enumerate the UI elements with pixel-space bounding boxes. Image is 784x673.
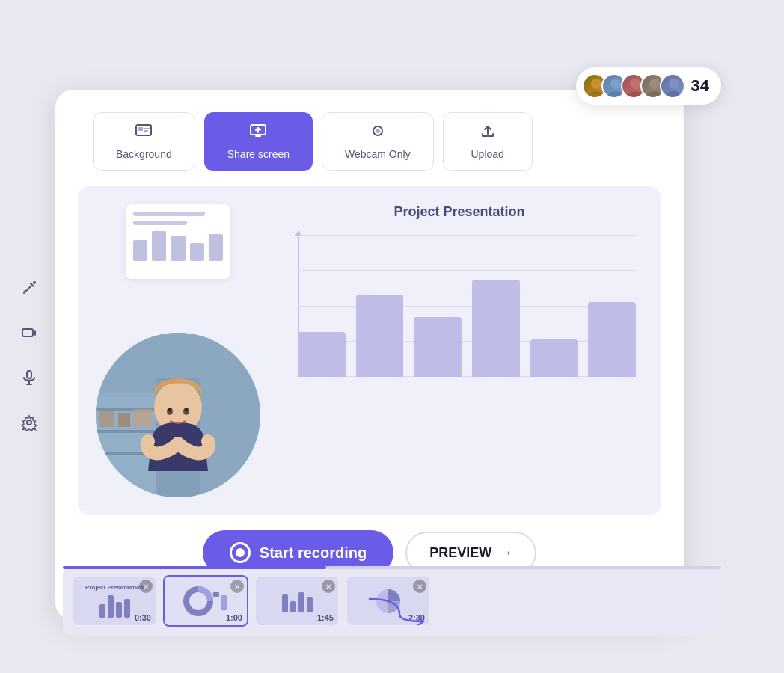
tab-upload-label: Upload [471,148,503,160]
doc-thumbnail [126,204,230,279]
upload-icon [479,123,497,142]
chart-bars [298,242,636,377]
thumb-time-2: 1:00 [226,613,242,622]
svg-point-42 [185,408,188,412]
svg-rect-14 [27,371,31,378]
thumb-time-1: 0:30 [135,613,151,622]
svg-rect-35 [99,411,114,427]
svg-point-1 [588,91,604,99]
thumb-content-3: ✕ 1:45 [256,577,338,625]
chart-bar [588,302,636,377]
mini-bar [108,595,114,618]
share-screen-icon [249,123,267,142]
svg-rect-36 [118,413,130,427]
tab-bar: Background Share screen [78,112,661,171]
mini-bar [124,599,130,618]
start-recording-label: Start recording [260,544,367,562]
presentation-area: Project Presentation [275,204,643,377]
chart-title: Project Presentation [275,204,643,220]
svg-point-3 [607,91,624,99]
tab-webcam-only[interactable]: Webcam Only [322,112,434,171]
mini-bar [99,604,105,618]
chart-bar [414,317,462,377]
record-icon [230,542,251,563]
mini-bar [116,602,122,618]
timeline-item-1[interactable]: ✕ Project Presentation 0:30 [72,575,157,627]
doc-bars [133,231,223,261]
chart-bar [356,295,404,377]
mini-bar [282,594,288,612]
thumb-close-4[interactable]: ✕ [413,580,426,593]
svg-point-9 [666,91,682,99]
thumb-close-1[interactable]: ✕ [139,580,153,593]
tab-webcam-label: Webcam Only [345,148,411,160]
settings-tool-button[interactable] [14,408,44,437]
doc-bar [190,243,204,261]
thumb-close-3[interactable]: ✕ [322,580,335,593]
tab-share-screen-label: Share screen [227,148,290,160]
tab-upload[interactable]: Upload [443,112,533,171]
thumb-content-1: ✕ Project Presentation 0:30 [73,577,156,625]
timeline-scroll-fill [63,566,326,569]
svg-point-17 [27,420,31,425]
app-container: 34 [55,30,729,643]
svg-point-0 [591,79,601,89]
svg-line-10 [24,285,32,293]
mini-bars-1 [99,595,130,618]
svg-point-7 [646,91,663,99]
svg-point-8 [669,79,679,89]
mini-bar [290,601,296,612]
mini-bars-3 [282,590,313,612]
timeline-scroll [63,566,721,569]
record-inner-dot [236,548,245,557]
avatar-stack [582,73,685,99]
svg-point-28 [379,129,380,130]
svg-rect-33 [96,430,156,433]
svg-rect-46 [221,595,227,610]
mini-bar [298,592,304,612]
chart-bar [298,332,346,377]
effects-tool-button[interactable] [14,273,44,303]
svg-point-41 [168,408,171,412]
webcam-preview [96,333,260,497]
doc-line [133,221,187,225]
thumb-chart-2 [180,586,232,616]
chart-bar [530,339,578,377]
doc-bar [209,234,223,261]
grid-line [298,235,636,236]
thumb-close-2[interactable]: ✕ [230,580,244,593]
doc-bar [133,240,147,261]
mini-bar [307,597,313,612]
svg-rect-19 [138,127,143,131]
tab-background[interactable]: Background [93,112,195,171]
left-panel [96,204,260,497]
thumb-content-2: ✕ 1:00 [165,577,247,625]
chart-container [275,235,643,377]
viewer-count: 34 [691,76,709,96]
avatar [660,73,685,99]
tab-background-label: Background [116,148,172,160]
camera-tool-button[interactable] [14,318,44,348]
webcam-placeholder [96,333,260,497]
thumb-title-1: Project Presentation [85,584,144,591]
microphone-tool-button[interactable] [14,363,44,393]
timeline-item-2[interactable]: ✕ 1:00 [163,575,248,627]
webcam-icon [369,123,387,142]
doc-bar [152,231,166,261]
viewers-badge: 34 [576,67,721,105]
background-icon [135,123,153,142]
thumb-time-3: 1:45 [317,613,334,622]
svg-point-5 [627,91,643,99]
timeline-item-3[interactable]: ✕ 1:45 [254,575,340,627]
doc-line [133,212,205,216]
svg-rect-45 [213,592,219,597]
tab-share-screen[interactable]: Share screen [204,112,313,171]
preview-arrow-icon: → [499,545,512,561]
chart-bar [472,280,520,377]
svg-point-4 [630,79,640,89]
svg-point-2 [610,79,621,89]
svg-point-12 [33,281,36,284]
main-card: Background Share screen [55,90,684,621]
svg-rect-37 [133,409,152,427]
timeline-arrow [362,595,437,628]
